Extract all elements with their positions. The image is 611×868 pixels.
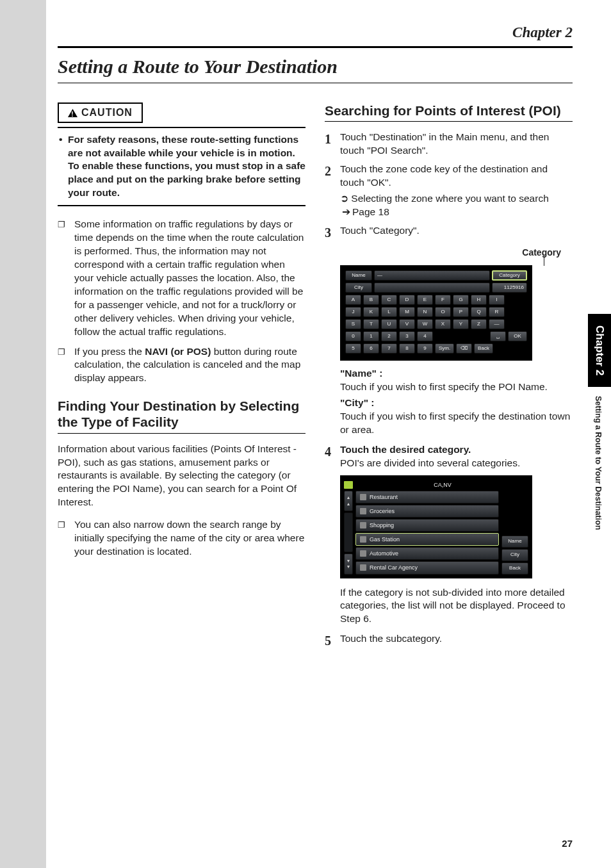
kbd-key[interactable]: 6 [363,343,379,354]
cat-side-city-button[interactable]: City [501,549,528,561]
kbd-key[interactable]: H [471,295,487,305]
kbd-key[interactable]: N [417,307,433,317]
kbd-key[interactable]: B [363,295,379,305]
kbd-key[interactable]: 4 [417,331,433,341]
kbd-key[interactable]: I [489,295,505,305]
kbd-name-button[interactable]: Name [345,270,372,281]
kbd-key[interactable]: A [345,295,361,305]
page-ref: Page 18 [352,206,389,217]
page-title: Setting a Route to Your Destination [58,56,573,78]
info-bullet-3-text: You can also narrow down the search rang… [74,519,304,557]
kbd-key[interactable]: M [399,307,415,317]
warning-triangle-icon: ! [68,109,77,117]
kbd-key[interactable]: S [345,319,361,329]
cat-item-automotive[interactable]: Automotive [355,547,499,560]
name-desc-text: Touch if you wish to first specify the P… [340,381,548,392]
kbd-key[interactable]: F [435,295,451,305]
cat-item-shopping[interactable]: Shopping [355,519,499,532]
kbd-key[interactable]: P [453,307,469,317]
scroll-down-button[interactable]: ▼▼ [344,553,353,574]
gas-station-icon [360,536,366,543]
step-4: 4 Touch the desired category. POI's are … [325,443,573,470]
step-4-text: Touch the desired category. [340,443,573,457]
return-arrow-icon: ➲ [340,193,348,204]
kbd-key[interactable]: W [417,319,433,329]
kbd-key[interactable]: D [399,295,415,305]
kbd-key[interactable]: Q [471,307,487,317]
kbd-key[interactable]: Y [453,319,469,329]
kbd-key[interactable]: 3 [399,331,415,341]
kbd-key[interactable]: Z [471,319,487,329]
square-bullet-icon: ❐ [58,520,65,531]
kbd-key[interactable]: L [381,307,397,317]
kbd-key[interactable]: C [381,295,397,305]
kbd-category-button[interactable]: Category [492,270,527,281]
kbd-sym-button[interactable]: Sym. [435,343,454,354]
cat-item-gas-station[interactable]: Gas Station [355,533,499,546]
kbd-key[interactable]: V [399,319,415,329]
side-tab: Chapter 2 Setting a Route to Your Destin… [588,314,611,539]
kbd-city-field[interactable] [374,283,490,293]
cat-item-groceries[interactable]: Groceries [355,505,499,518]
cat-label: Shopping [370,521,394,529]
kbd-back-button[interactable]: Back [474,343,493,354]
automotive-icon [360,550,366,557]
cat-header-text: CA,NV [357,481,528,489]
kbd-key[interactable]: K [363,307,379,317]
restaurant-icon [360,494,366,500]
kbd-ok-button[interactable]: OK [508,331,527,341]
kbd-key[interactable]: 8 [399,343,415,354]
kbd-key[interactable]: T [363,319,379,329]
caution-body: For safety reasons, these route-setting … [68,134,306,199]
kbd-key[interactable]: X [435,319,451,329]
scroll-track[interactable] [344,512,353,552]
chapter-heading: Chapter 2 [58,24,573,41]
cat-header: CA,NV [344,479,528,491]
kbd-count: 1125916 [492,283,527,293]
caution-label: CAUTION [81,107,133,118]
arrow-right-icon: ➔ [342,206,350,217]
step-num-4: 4 [325,443,340,470]
section-heading-left: Finding Your Destination by Selecting th… [58,398,306,430]
cat-item-rental-car[interactable]: Rental Car Agency [355,561,499,574]
kbd-key[interactable]: E [417,295,433,305]
kbd-key[interactable]: G [453,295,469,305]
step-2-sub-text: Selecting the zone where you want to sea… [351,193,548,204]
kbd-key[interactable]: 9 [417,343,433,354]
kbd-key[interactable]: J [345,307,361,317]
kbd-del-button[interactable]: ⌫ [456,343,472,354]
scroll-up-button[interactable]: ▲▲ [344,491,353,511]
step-1-text: Touch "Destination" in the Main menu, an… [340,131,573,158]
kbd-space-icon[interactable]: ␣ [490,331,506,341]
kbd-key[interactable]: 0 [345,331,361,341]
left-margin-stripe [0,0,46,868]
square-bullet-icon: ❐ [58,219,65,231]
shopping-icon [360,522,366,528]
kbd-key[interactable]: — [489,319,505,329]
caution-rule-bottom [58,205,306,206]
keyboard-screenshot: Name — Category City 1125916 A B C [340,265,573,361]
info-bullet-2: ❐ If you press the NAVI (or POS) button … [58,345,306,386]
category-callout-label: Category [325,247,561,259]
left-paragraph: Information about various facilities (Po… [58,443,306,510]
kbd-key[interactable]: U [381,319,397,329]
page-number: 27 [562,838,573,849]
kbd-name-field[interactable]: — [374,270,490,281]
kbd-key[interactable]: 7 [381,343,397,354]
cat-side-name-button[interactable]: Name [501,536,528,548]
city-desc-text: Touch if you wish to first specify the d… [340,411,570,435]
kbd-key[interactable]: 2 [381,331,397,341]
cat-item-restaurant[interactable]: Restaurant [355,491,499,504]
category-callout-line: │ [325,259,547,263]
cat-side-back-button[interactable]: Back [501,562,528,575]
kbd-key[interactable]: R [489,307,505,317]
step-2: 2 Touch the zone code key of the destina… [325,163,573,190]
step-5: 5 Touch the subcategory. [325,632,573,650]
side-tab-chapter: Chapter 2 [588,314,611,387]
kbd-key[interactable]: 5 [345,343,361,354]
kbd-key[interactable]: 1 [363,331,379,341]
kbd-key[interactable]: O [435,307,451,317]
city-desc-heading: "City" : [340,397,573,410]
kbd-city-button[interactable]: City [345,283,372,293]
step-5-text: Touch the subcategory. [340,632,573,650]
